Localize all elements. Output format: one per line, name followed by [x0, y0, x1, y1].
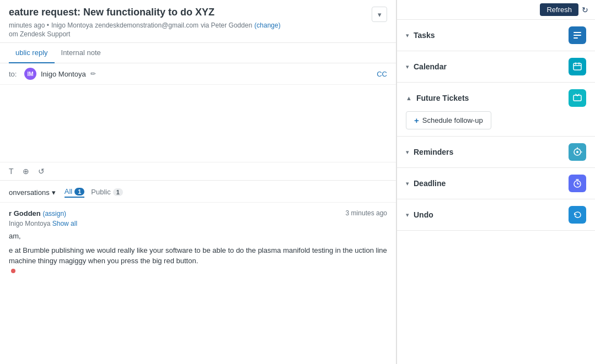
sidebar-section-tasks: ▾ Tasks	[397, 20, 595, 51]
calendar-label: Calendar	[414, 62, 447, 71]
conv-entry-time: 3 minutes ago	[346, 209, 387, 217]
refresh-button[interactable]: Refresh	[540, 3, 578, 16]
red-dot-indicator	[11, 269, 15, 273]
to-label: to:	[9, 70, 20, 78]
future-tickets-label: Future Tickets	[416, 94, 469, 102]
svg-rect-3	[573, 63, 581, 70]
svg-rect-0	[573, 32, 581, 33]
conv-entry-body: e at Brumble publishing we would really …	[9, 245, 387, 267]
future-tickets-content: + Schedule follow-up	[397, 109, 595, 136]
tasks-chevron-icon: ▾	[406, 32, 409, 39]
ticket-time: minutes ago •	[9, 21, 49, 29]
tab-public-badge: 1	[113, 188, 123, 196]
conversations-chevron: ▾	[52, 188, 56, 197]
conv-assign-link[interactable]: (assign)	[42, 210, 66, 218]
tasks-label: Tasks	[414, 31, 435, 40]
ticket-dropdown-button[interactable]: ▾	[372, 7, 387, 22]
cc-button[interactable]: CC	[377, 70, 387, 78]
conv-entry-name-row: r Godden (assign)	[9, 209, 66, 218]
deadline-section-header[interactable]: ▾ Deadline	[397, 168, 595, 199]
undo-label: Undo	[414, 210, 433, 219]
svg-point-9	[576, 151, 578, 153]
deadline-label: Deadline	[414, 179, 446, 188]
refresh-circle-icon[interactable]: ↻	[582, 6, 588, 14]
reply-to-row: to: IM Inigo Montoya ✏ CC	[0, 63, 396, 85]
conv-entry-sub: Inigo Montoya Show all	[9, 220, 387, 227]
conversations-section: onversations ▾ All 1 Public 1 r Godden (…	[0, 181, 396, 364]
calendar-section-header[interactable]: ▾ Calendar	[397, 51, 595, 82]
sidebar-section-future-tickets: ▲ Future Tickets + Schedule follow-up	[397, 83, 595, 137]
conv-entry-greeting: am,	[9, 231, 387, 242]
ticket-header: eature request: New functionality to do …	[0, 0, 396, 43]
reply-compose-area[interactable]	[0, 85, 396, 162]
tasks-section-header[interactable]: ▾ Tasks	[397, 20, 595, 51]
right-sidebar: Refresh ↻ ▾ Tasks ▾ Calendar	[396, 0, 595, 364]
schedule-followup-button[interactable]: + Schedule follow-up	[406, 111, 491, 129]
future-tickets-header[interactable]: ▲ Future Tickets	[397, 83, 595, 109]
tab-all[interactable]: All 1	[65, 187, 85, 198]
tasks-icon	[569, 26, 586, 44]
ticket-meta: minutes ago • Inigo Montoya zendeskdemon…	[9, 21, 387, 29]
reminders-section-header[interactable]: ▾ Reminders	[397, 137, 595, 167]
tab-public-reply[interactable]: ublic reply	[9, 43, 55, 63]
calendar-chevron-icon: ▾	[406, 63, 409, 70]
deadline-icon	[569, 175, 586, 192]
tab-all-badge: 1	[74, 188, 84, 195]
conversation-tabs: All 1 Public 1	[65, 187, 123, 198]
ticket-title: eature request: New functionality to do …	[9, 7, 387, 18]
show-all-link[interactable]: Show all	[52, 220, 77, 227]
future-tickets-icon	[569, 89, 586, 107]
undo-icon	[569, 206, 586, 224]
attachment-icon[interactable]: ⊕	[23, 167, 29, 176]
ticket-change-link[interactable]: (change)	[254, 21, 280, 29]
ticket-email: zendeskdemonstration@gmail.com	[95, 21, 199, 29]
sidebar-section-undo: ▾ Undo	[397, 199, 595, 231]
svg-rect-1	[573, 35, 581, 36]
undo-section-header[interactable]: ▾ Undo	[397, 199, 595, 230]
recipient-name: Inigo Montoya	[41, 70, 86, 78]
reply-area: to: IM Inigo Montoya ✏ CC T ⊕ ↺	[0, 63, 396, 181]
reminders-label: Reminders	[414, 148, 453, 156]
compose-toolbar: T ⊕ ↺	[0, 162, 396, 180]
recipient-avatar: IM	[24, 68, 36, 80]
edit-recipient-icon[interactable]: ✏	[90, 70, 96, 78]
reminders-chevron-icon: ▾	[406, 149, 409, 156]
ticket-author: Inigo Montoya	[51, 21, 93, 29]
ticket-via: via Peter Godden	[201, 21, 252, 29]
conversations-header: onversations ▾ All 1 Public 1	[0, 181, 396, 203]
tab-internal-note[interactable]: Internal note	[55, 43, 108, 63]
undo-chevron-icon: ▾	[406, 211, 409, 219]
tab-public[interactable]: Public 1	[91, 187, 123, 198]
sidebar-section-reminders: ▾ Reminders	[397, 137, 595, 168]
conversation-entry: r Godden (assign) 3 minutes ago Inigo Mo…	[0, 203, 396, 281]
ticket-source: om Zendesk Support	[9, 30, 387, 38]
reply-tabs: ublic reply Internal note	[0, 43, 396, 63]
text-format-icon[interactable]: T	[9, 167, 14, 176]
reminders-icon	[569, 143, 586, 161]
refresh-bar: Refresh ↻	[397, 0, 595, 20]
future-tickets-chevron-icon: ▲	[406, 95, 412, 101]
chevron-down-icon: ▾	[378, 10, 382, 19]
conversations-label[interactable]: onversations ▾	[9, 188, 56, 197]
sidebar-section-calendar: ▾ Calendar	[397, 51, 595, 83]
sidebar-section-deadline: ▾ Deadline	[397, 168, 595, 199]
conv-sender-name: r Godden	[9, 209, 41, 218]
calendar-icon	[569, 58, 586, 75]
plus-icon: +	[414, 116, 419, 125]
svg-rect-2	[573, 37, 578, 39]
conv-entry-header: r Godden (assign) 3 minutes ago	[9, 209, 387, 218]
deadline-chevron-icon: ▾	[406, 180, 409, 187]
refresh-compose-icon[interactable]: ↺	[38, 167, 45, 176]
